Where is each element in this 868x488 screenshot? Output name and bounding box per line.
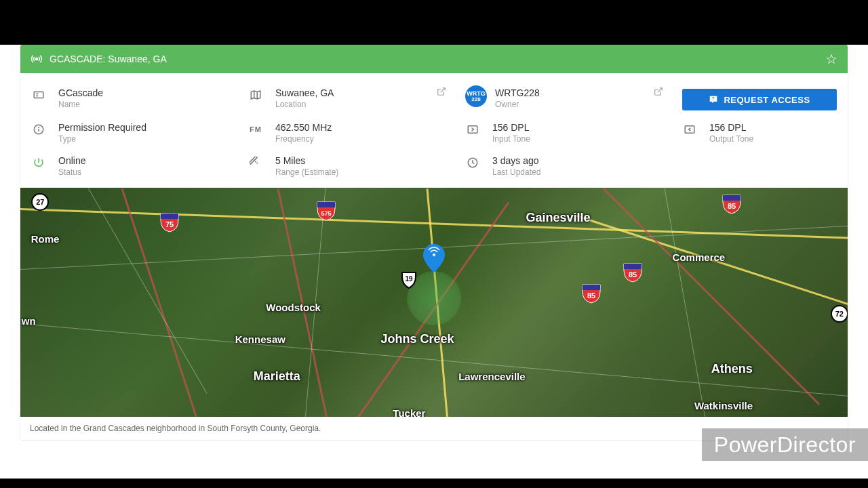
owner-label: Owner <box>495 100 540 109</box>
updated-label: Last Updated <box>492 167 540 177</box>
status-label: Status <box>58 167 85 177</box>
shield-72: 72 <box>831 305 848 323</box>
range-value: 5 Miles <box>275 155 338 167</box>
shield-75: 75 <box>159 212 180 232</box>
output-icon <box>682 122 697 137</box>
city-johns-creek: Johns Creek <box>381 332 454 346</box>
cell-range: 5 MilesRange (Estimate) <box>241 149 458 182</box>
details-grid: GCascadeName Suwanee, GALocation WRTG228… <box>20 73 848 188</box>
shield-85c: 85 <box>722 194 742 214</box>
details-card: GCascadeName Suwanee, GALocation WRTG228… <box>20 73 848 440</box>
svg-line-17 <box>254 160 255 161</box>
cell-frequency: FM 462.550 MHzFrequency <box>241 116 458 149</box>
svg-point-27 <box>433 253 435 256</box>
coverage-map[interactable]: Rome wn Woodstock Kennesaw Marietta John… <box>20 188 848 417</box>
cell-action: ? REQUEST ACCESS <box>675 81 844 116</box>
cell-name: GCascadeName <box>24 81 241 116</box>
owner-avatar[interactable]: WRTG228 <box>465 85 487 107</box>
map-icon <box>248 87 263 102</box>
name-label: Name <box>58 100 103 109</box>
svg-text:85: 85 <box>587 291 595 300</box>
updated-value: 3 days ago <box>492 155 540 167</box>
request-access-button[interactable]: ? REQUEST ACCESS <box>682 89 837 110</box>
frequency-label: Frequency <box>275 134 332 144</box>
city-woodstock: Woodstock <box>266 302 321 313</box>
shield-575: 575 <box>316 201 336 221</box>
svg-text:575: 575 <box>321 210 332 217</box>
cell-permission: Permission RequiredType <box>24 116 241 149</box>
input-tone-value: 156 DPL <box>492 121 530 134</box>
letterbox-bottom <box>0 479 868 488</box>
power-icon <box>31 155 46 170</box>
cell-owner: WRTG228 WRTG228Owner <box>458 81 675 116</box>
city-athens: Athens <box>711 362 753 376</box>
svg-text:19: 19 <box>406 275 414 283</box>
svg-rect-1 <box>34 92 43 98</box>
location-value: Suwanee, GA <box>275 87 334 99</box>
svg-line-18 <box>255 161 256 163</box>
svg-rect-13 <box>468 126 477 134</box>
city-commerce: Commerce <box>673 251 726 262</box>
cell-output-tone: 156 DPLOutput Tone <box>675 116 844 149</box>
fm-icon: FM <box>248 122 263 137</box>
cell-empty <box>675 149 844 182</box>
frequency-value: 462.550 MHz <box>275 121 332 134</box>
svg-line-7 <box>441 88 445 92</box>
clock-icon <box>465 155 480 170</box>
cell-updated: 3 days agoLast Updated <box>458 149 675 182</box>
svg-point-0 <box>36 58 38 60</box>
shield-85a: 85 <box>581 283 601 304</box>
output-tone-value: 156 DPL <box>709 121 753 134</box>
range-label: Range (Estimate) <box>275 167 338 177</box>
open-link-icon[interactable] <box>437 87 446 99</box>
content-area: GCASCADE: Suwanee, GA ☆ GCascadeName Suw… <box>0 45 868 479</box>
svg-text:85: 85 <box>728 202 736 210</box>
location-label: Location <box>275 100 334 109</box>
id-card-icon <box>31 87 46 102</box>
owner-value: WRTG228 <box>495 87 540 99</box>
svg-line-19 <box>257 163 258 164</box>
title-bar: GCASCADE: Suwanee, GA ☆ <box>20 45 848 73</box>
permission-label: Type <box>58 134 146 144</box>
svg-point-12 <box>39 127 39 128</box>
svg-line-8 <box>658 88 662 92</box>
city-gainesville: Gainesville <box>526 211 590 225</box>
input-icon <box>465 122 480 137</box>
city-marietta: Marietta <box>254 369 300 383</box>
svg-text:75: 75 <box>165 220 173 228</box>
city-lawrenceville: Lawrenceville <box>458 370 525 382</box>
status-value: Online <box>58 155 85 167</box>
city-kennesaw: Kennesaw <box>235 333 285 345</box>
ruler-icon <box>248 155 263 170</box>
favorite-star-icon[interactable]: ☆ <box>825 51 837 67</box>
open-link-icon[interactable] <box>654 87 663 99</box>
antenna-icon <box>31 53 43 65</box>
city-wn: wn <box>22 315 36 327</box>
watermark: PowerDirector <box>702 428 868 461</box>
location-pin-icon[interactable] <box>422 244 446 275</box>
info-icon <box>31 122 46 137</box>
svg-marker-4 <box>251 91 260 99</box>
letterbox-top <box>0 0 868 27</box>
svg-text:?: ? <box>712 96 715 100</box>
shield-27: 27 <box>31 193 49 211</box>
cell-status: OnlineStatus <box>24 149 241 182</box>
shield-85b: 85 <box>623 262 643 283</box>
output-tone-label: Output Tone <box>709 134 753 144</box>
shield-19: 19 <box>401 271 417 289</box>
city-tucker: Tucker <box>393 407 425 417</box>
name-value: GCascade <box>58 87 103 99</box>
svg-rect-14 <box>685 126 694 134</box>
city-rome: Rome <box>31 232 60 244</box>
svg-text:85: 85 <box>629 270 637 279</box>
cell-input-tone: 156 DPLInput Tone <box>458 116 675 149</box>
page-title: GCASCADE: Suwanee, GA <box>50 54 167 64</box>
city-watkinsville: Watkinsville <box>694 400 753 411</box>
input-tone-label: Input Tone <box>492 134 530 144</box>
cell-location: Suwanee, GALocation <box>241 81 458 116</box>
permission-value: Permission Required <box>58 121 146 134</box>
